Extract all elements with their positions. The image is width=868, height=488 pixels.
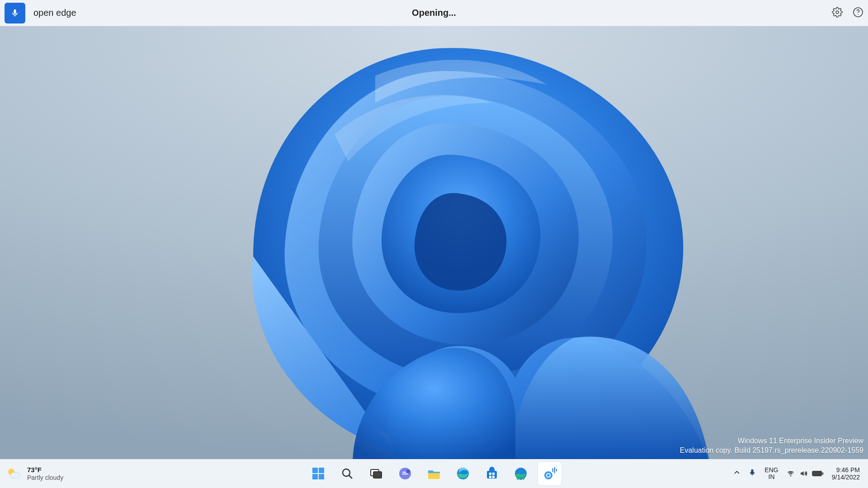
svg-rect-6 (319, 468, 324, 473)
voice-access-taskbar-button[interactable] (538, 462, 561, 485)
clock-time: 9:46 PM (832, 466, 860, 474)
language-indicator[interactable]: ENG IN (764, 467, 778, 481)
svg-point-4 (10, 472, 20, 479)
windows-bloom-graphic (140, 26, 728, 459)
svg-rect-12 (373, 472, 382, 478)
voice-access-bar: open edge Opening... (0, 0, 868, 26)
svg-rect-5 (312, 468, 318, 473)
microphone-button[interactable] (5, 3, 25, 23)
clock-button[interactable]: 9:46 PM 9/14/2022 (832, 466, 860, 481)
taskbar: 73°F Partly cloudy DEV (0, 459, 868, 488)
language-code: ENG (764, 467, 778, 474)
svg-rect-20 (492, 476, 495, 478)
svg-rect-18 (492, 473, 495, 475)
watermark-line1: Windows 11 Enterprise Insider Preview (680, 436, 863, 446)
store-icon (485, 466, 499, 481)
svg-rect-8 (319, 474, 324, 479)
edge-icon (456, 466, 470, 481)
voice-help-button[interactable] (853, 7, 863, 19)
edge-dev-button[interactable]: DEV (509, 462, 533, 485)
voice-command-text: open edge (33, 8, 76, 18)
voice-settings-button[interactable] (832, 7, 843, 19)
svg-rect-16 (487, 471, 497, 479)
gear-icon (832, 7, 843, 18)
chat-button[interactable] (393, 462, 417, 485)
windows-icon (311, 466, 326, 481)
search-icon (340, 466, 354, 481)
svg-rect-28 (556, 469, 557, 471)
watermark-line2: Evaluation copy. Build 25197.rs_prerelea… (680, 446, 863, 455)
task-view-icon (369, 466, 383, 481)
weather-condition: Partly cloudy (27, 474, 63, 481)
insider-watermark: Windows 11 Enterprise Insider Preview Ev… (680, 436, 863, 455)
wifi-icon (787, 469, 795, 478)
edge-button[interactable] (451, 462, 475, 485)
edge-dev-icon: DEV (514, 466, 528, 481)
battery-icon (812, 469, 824, 478)
svg-rect-19 (489, 476, 491, 478)
weather-temperature: 73°F (27, 466, 63, 474)
svg-rect-26 (552, 468, 553, 472)
microphone-small-icon (748, 469, 756, 477)
help-icon (853, 7, 863, 18)
language-region: IN (764, 474, 778, 480)
voice-access-icon (542, 466, 557, 481)
svg-point-0 (836, 11, 839, 14)
quick-settings-button[interactable] (787, 469, 824, 478)
svg-line-10 (349, 475, 352, 479)
svg-point-2 (858, 14, 859, 15)
svg-rect-7 (312, 474, 318, 479)
svg-point-25 (547, 474, 550, 477)
system-tray: ENG IN 9:46 PM 9/14/2022 (734, 466, 868, 481)
microphone-icon (10, 7, 19, 19)
chevron-up-icon (734, 469, 740, 476)
weather-icon (5, 465, 22, 482)
svg-point-9 (343, 469, 350, 476)
voice-status-text: Opening... (412, 8, 456, 18)
svg-text:DEV: DEV (517, 476, 525, 481)
tray-overflow-button[interactable] (734, 469, 740, 478)
svg-point-14 (406, 469, 410, 473)
svg-rect-32 (822, 472, 823, 474)
tray-microphone-button[interactable] (748, 469, 756, 479)
clock-date: 9/14/2022 (832, 474, 860, 481)
start-button[interactable] (307, 462, 330, 485)
taskbar-center: DEV (307, 462, 561, 485)
folder-icon (427, 466, 441, 481)
chat-icon (398, 466, 412, 481)
file-explorer-button[interactable] (422, 462, 446, 485)
svg-point-30 (790, 476, 791, 477)
task-view-button[interactable] (364, 462, 388, 485)
weather-widget[interactable]: 73°F Partly cloudy (0, 465, 136, 482)
svg-rect-27 (554, 467, 555, 473)
svg-rect-17 (489, 473, 491, 475)
svg-rect-33 (813, 472, 821, 475)
store-button[interactable] (480, 462, 504, 485)
desktop-wallpaper[interactable]: Windows 11 Enterprise Insider Preview Ev… (0, 26, 868, 459)
search-button[interactable] (335, 462, 359, 485)
volume-icon (799, 469, 807, 478)
